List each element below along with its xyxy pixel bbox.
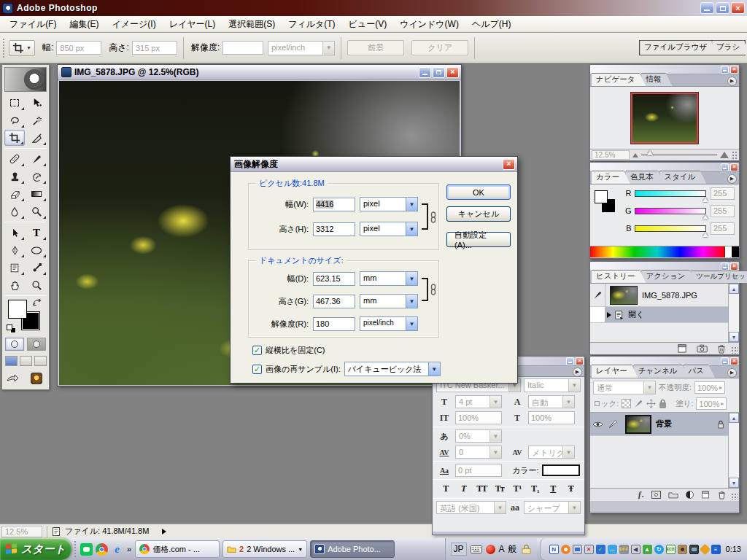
tab-color[interactable]: カラー [592, 171, 630, 184]
swap-colors-icon[interactable] [32, 298, 42, 307]
layers-scroll-up-icon[interactable]: ▲ [729, 413, 739, 423]
quick-mask-mode-button[interactable] [27, 338, 46, 351]
tray-icon-n[interactable]: N [549, 545, 559, 554]
fullscreen-mode-button[interactable] [34, 356, 47, 366]
menu-window[interactable]: ウインドウ(W) [393, 16, 465, 33]
char-panel-menu-button[interactable]: ▶ [573, 368, 582, 377]
quicklaunch-grip[interactable] [74, 540, 77, 558]
vertical-scale-field[interactable]: 100% [455, 411, 502, 424]
b-slider-thumb[interactable] [703, 233, 708, 237]
tab-info[interactable]: 情報 [641, 73, 672, 86]
tray-icon-refresh[interactable]: ↻ [654, 545, 664, 554]
dialog-close-button[interactable]: × [503, 159, 515, 170]
tab-actions[interactable]: アクション [641, 270, 696, 283]
tab-channels[interactable]: チャンネル [634, 365, 689, 378]
gradient-tool[interactable] [26, 186, 47, 202]
r-slider-thumb[interactable] [703, 198, 708, 202]
layers-resize-grip[interactable] [731, 493, 738, 500]
history-minimize-button[interactable] [721, 262, 729, 271]
text-color-swatch[interactable] [542, 464, 580, 476]
channel-r-slider[interactable] [635, 190, 706, 197]
baseline-shift-field[interactable]: 0 pt [455, 464, 502, 477]
history-snapshot-row[interactable]: IMG_5878.JPG [590, 284, 739, 307]
tray-icon-volume[interactable]: ◀ [631, 545, 640, 554]
tab-navigator[interactable]: ナビゲータ [592, 73, 646, 86]
antialias-combo[interactable]: シャープ▼ [524, 501, 581, 514]
task-photoshop[interactable]: Adobe Photo... [310, 540, 395, 558]
kerning-combo[interactable]: メトリクス▼ [528, 446, 575, 459]
quicklaunch-ie-icon[interactable]: e [111, 543, 123, 556]
adjustment-layer-icon[interactable] [686, 491, 694, 499]
char-minimize-button[interactable] [566, 357, 574, 365]
set-history-brush-cell[interactable] [590, 284, 605, 306]
marquee-tool[interactable] [4, 95, 25, 111]
doc-height-unit-combo[interactable]: mm▼ [360, 294, 418, 308]
language-tools-icon[interactable] [521, 545, 532, 554]
color-spectrum-ramp[interactable] [590, 246, 724, 257]
crop-height-field[interactable]: 315 px [132, 41, 177, 55]
layer-thumbnail[interactable] [625, 415, 651, 434]
resample-method-combo[interactable]: バイキュービック法▼ [344, 362, 441, 376]
background-layer-row[interactable]: 背景 [590, 413, 739, 436]
crop-width-field[interactable]: 850 px [56, 41, 101, 55]
tab-paths[interactable]: パス [684, 365, 715, 378]
tab-file-browser[interactable]: ファイルブラウザ [640, 40, 717, 55]
layers-scrollbar[interactable]: ▲ ▼ [728, 413, 739, 488]
healing-brush-tool[interactable] [4, 151, 25, 167]
layer-name[interactable]: 背景 [656, 419, 672, 429]
lock-paint-button[interactable] [634, 399, 643, 408]
shape-tool[interactable] [26, 242, 47, 258]
layer-visibility-cell[interactable] [590, 413, 605, 435]
history-scrollbar[interactable]: ▲ ▼ [728, 284, 739, 342]
tray-icon-messenger[interactable]: … [608, 545, 617, 554]
tsume-combo[interactable]: 0%▼ [455, 429, 502, 443]
channel-g-slider[interactable] [635, 208, 706, 214]
add-mask-icon[interactable] [651, 491, 661, 499]
new-layer-icon[interactable] [701, 491, 711, 499]
pixel-height-input[interactable]: 3312 [313, 222, 355, 236]
language-combo[interactable]: 英語 (米国)▼ [436, 501, 506, 514]
channel-g-value[interactable]: 255 [711, 205, 735, 217]
tray-icon-utility-green[interactable]: ▲ [643, 545, 652, 554]
type-tool[interactable]: T [26, 225, 47, 241]
strikethrough-button[interactable]: Ŧ [564, 483, 579, 495]
tab-history[interactable]: ヒストリー [592, 270, 646, 283]
fullscreen-menubar-mode-button[interactable] [20, 356, 32, 366]
lasso-tool[interactable] [4, 112, 25, 128]
tab-styles[interactable]: スタイル [660, 171, 707, 184]
history-state-brush-cell[interactable] [590, 307, 605, 322]
lang-conversion-mode[interactable]: 般 [508, 543, 517, 556]
color-close-button[interactable]: × [730, 163, 738, 171]
blend-mode-combo[interactable]: 通常▼ [593, 381, 656, 394]
faux-italic-button[interactable]: T [457, 483, 472, 495]
zoom-out-icon[interactable] [632, 153, 638, 158]
hand-tool[interactable] [4, 277, 25, 293]
quicklaunch-chrome-icon[interactable] [96, 543, 108, 556]
foreground-color-swatch[interactable] [8, 300, 27, 319]
font-size-combo[interactable]: 4 pt▼ [455, 395, 502, 408]
lock-position-button[interactable] [646, 399, 656, 408]
pixel-width-unit-combo[interactable]: pixel▼ [360, 197, 418, 211]
auto-button[interactable]: 自動設定(A)... [446, 232, 511, 247]
pixel-width-input[interactable]: 4416 [313, 198, 355, 211]
history-close-button[interactable]: × [730, 262, 738, 271]
char-close-button[interactable]: × [576, 357, 584, 365]
pen-tool[interactable] [4, 242, 25, 258]
menu-filter[interactable]: フィルタ(T) [282, 16, 341, 33]
status-menu-arrow-icon[interactable] [162, 529, 166, 534]
dialog-titlebar[interactable]: 画像解像度 × [231, 157, 517, 172]
pixel-height-unit-combo[interactable]: pixel▼ [360, 222, 418, 236]
navigator-resize-grip[interactable] [732, 151, 738, 160]
ime-red-ball-icon[interactable] [486, 545, 495, 554]
crop-resolution-field[interactable] [222, 41, 263, 55]
layers-menu-button[interactable]: ▶ [727, 368, 737, 378]
small-caps-button[interactable]: Tᴛ [492, 483, 508, 495]
layers-scroll-down-icon[interactable]: ▼ [729, 478, 739, 488]
tracking-combo[interactable]: 0▼ [455, 446, 502, 459]
layer-active-brush-cell[interactable] [605, 413, 621, 435]
tray-icon-sync-check[interactable]: ✓ [596, 545, 605, 554]
tray-icon-network[interactable] [573, 545, 582, 554]
app-titlebar[interactable]: Adobe Photoshop × [0, 0, 747, 16]
quicklaunch-chevron-icon[interactable]: » [127, 545, 131, 553]
navigator-thumbnail[interactable] [631, 93, 698, 144]
